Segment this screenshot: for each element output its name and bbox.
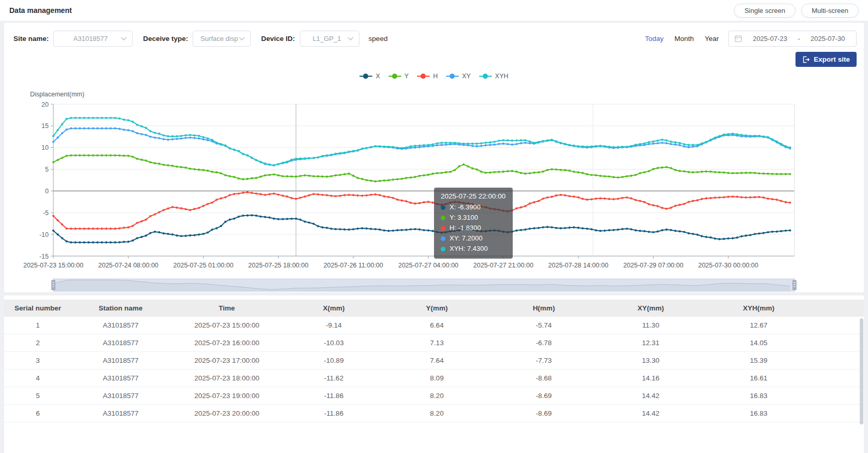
svg-text:2025-07-26 11:00:00: 2025-07-26 11:00:00 xyxy=(324,262,383,269)
table-cell: 6 xyxy=(4,405,71,422)
svg-text:10: 10 xyxy=(41,144,49,151)
svg-text:5: 5 xyxy=(45,166,49,173)
table-cell: 2025-07-23 17:00:00 xyxy=(170,352,284,369)
table-cell: 4 xyxy=(4,370,71,387)
table-cell: 16.61 xyxy=(704,370,814,387)
svg-text:2025-07-30 00:00:00: 2025-07-30 00:00:00 xyxy=(698,262,758,269)
range-tab-month[interactable]: Month xyxy=(674,35,694,43)
date-controls: Today Month Year 2025-07-23 - 2025-07-30 xyxy=(634,31,857,47)
svg-text:15: 15 xyxy=(41,122,49,130)
date-range-picker[interactable]: 2025-07-23 - 2025-07-30 xyxy=(728,31,857,47)
site-name-select[interactable]: A31018577 xyxy=(53,31,133,47)
column-header: XYH(mm) xyxy=(704,300,814,317)
site-name-value: A31018577 xyxy=(60,35,121,43)
date-start[interactable]: 2025-07-23 xyxy=(747,35,792,43)
chart-legend: XYHXYXYH xyxy=(4,73,864,80)
svg-text:2025-07-25 18:00:00: 2025-07-25 18:00:00 xyxy=(248,262,308,269)
column-header: Time xyxy=(170,300,284,317)
svg-text:2025-07-27 21:00:00: 2025-07-27 21:00:00 xyxy=(473,262,533,269)
chevron-down-icon xyxy=(348,37,354,41)
range-tab-today[interactable]: Today xyxy=(645,35,663,43)
column-header: Y(mm) xyxy=(384,300,490,317)
table-cell: A31018577 xyxy=(71,352,170,369)
svg-text:2025-07-27 04:00:00: 2025-07-27 04:00:00 xyxy=(398,262,458,269)
svg-text:-10: -10 xyxy=(39,231,49,238)
table-cell: -7.73 xyxy=(490,352,598,369)
legend-marker-icon xyxy=(388,74,401,79)
table-row: 1A310185772025-07-23 15:00:00-9.146.64-5… xyxy=(4,317,864,334)
device-type-select[interactable]: Surface disp xyxy=(193,31,251,47)
table-cell: -10.03 xyxy=(284,334,384,351)
legend-item-Y[interactable]: Y xyxy=(388,73,409,80)
svg-text:2025-07-28 14:00:00: 2025-07-28 14:00:00 xyxy=(548,262,609,269)
table-cell: 2025-07-23 20:00:00 xyxy=(170,405,284,422)
legend-item-H[interactable]: H xyxy=(417,73,438,80)
device-type-value: Surface disp xyxy=(199,35,239,43)
table-cell: A31018577 xyxy=(71,370,170,387)
table-scrollbar[interactable] xyxy=(860,318,863,424)
legend-item-X[interactable]: X xyxy=(359,73,380,80)
column-header: Station name xyxy=(71,300,170,317)
export-button-label: Export site xyxy=(814,55,850,63)
table-row: 4A310185772025-07-23 18:00:00-11.628.09-… xyxy=(4,370,864,387)
table-cell: -9.14 xyxy=(284,317,384,334)
displacement-line-chart[interactable]: 20151050-5-10-152025-07-23 15:00:002025-… xyxy=(4,101,864,292)
slider-handle-right[interactable] xyxy=(792,280,797,290)
svg-text:2025-07-23 15:00:00: 2025-07-23 15:00:00 xyxy=(23,262,83,269)
table-cell: 2025-07-23 15:00:00 xyxy=(170,317,284,334)
table-cell: A31018577 xyxy=(71,405,170,422)
topbar-buttons: Single screenMulti-screen xyxy=(734,4,859,18)
table-cell: 16.83 xyxy=(704,387,814,404)
device-id-select[interactable]: L1_GP_1 xyxy=(300,31,359,47)
slider-handle-left[interactable] xyxy=(51,280,55,290)
chart-area[interactable]: 20151050-5-10-152025-07-23 15:00:002025-… xyxy=(4,101,864,292)
table-cell: -11.86 xyxy=(284,387,384,404)
legend-label: H xyxy=(433,73,438,80)
date-end[interactable]: 2025-07-30 xyxy=(805,35,850,43)
svg-text:-15: -15 xyxy=(39,253,49,260)
column-header: H(mm) xyxy=(490,300,598,317)
range-tab-year[interactable]: Year xyxy=(705,35,719,43)
legend-marker-icon xyxy=(479,74,492,79)
table-cell: A31018577 xyxy=(71,387,170,404)
legend-label: XY xyxy=(462,73,471,80)
top-bar: Data management Single screenMulti-scree… xyxy=(0,0,868,21)
table-cell: -8.69 xyxy=(490,387,598,404)
table-cell: 8.20 xyxy=(384,387,490,404)
single-screen-button[interactable]: Single screen xyxy=(734,4,795,18)
table-cell: -10.89 xyxy=(284,352,384,369)
table-row: 2A310185772025-07-23 16:00:00-10.037.13-… xyxy=(4,334,864,352)
table-cell: A31018577 xyxy=(71,334,170,351)
export-site-button[interactable]: Export site xyxy=(795,52,857,67)
device-id-value: L1_GP_1 xyxy=(307,35,348,43)
table-row: 6A310185772025-07-23 20:00:00-11.868.20-… xyxy=(4,405,864,422)
chevron-down-icon xyxy=(121,37,127,41)
table-row: 3A310185772025-07-23 17:00:00-10.897.64-… xyxy=(4,352,864,370)
table-cell: 2025-07-23 19:00:00 xyxy=(170,387,284,404)
table-cell: 14.16 xyxy=(598,370,704,387)
table-cell: 14.42 xyxy=(598,405,704,422)
column-header: X(mm) xyxy=(284,300,384,317)
table-body: 1A310185772025-07-23 15:00:00-9.146.64-5… xyxy=(4,317,864,422)
table-cell: 15.39 xyxy=(704,352,814,369)
chart-panel: Site name: A31018577 Deceive type: Surfa… xyxy=(4,23,864,292)
legend-marker-icon xyxy=(359,74,372,79)
legend-label: XYH xyxy=(495,73,509,80)
legend-label: X xyxy=(375,73,380,80)
table-cell: 8.20 xyxy=(384,405,490,422)
svg-text:-5: -5 xyxy=(43,209,49,217)
multi-screen-button[interactable]: Multi-screen xyxy=(801,4,859,18)
table-cell: -11.62 xyxy=(284,370,384,387)
device-type-label: Deceive type: xyxy=(143,35,188,43)
filter-bar: Site name: A31018577 Deceive type: Surfa… xyxy=(13,31,857,47)
svg-text:20: 20 xyxy=(41,101,49,108)
legend-item-XY[interactable]: XY xyxy=(446,73,471,80)
table-cell: -11.86 xyxy=(284,405,384,422)
table-cell: 16.83 xyxy=(704,405,814,422)
svg-text:0: 0 xyxy=(45,188,49,195)
page-title: Data management xyxy=(9,6,72,15)
legend-marker-icon xyxy=(417,74,430,79)
chevron-down-icon xyxy=(239,37,245,41)
table-cell: 7.13 xyxy=(384,334,490,351)
legend-item-XYH[interactable]: XYH xyxy=(479,73,509,80)
